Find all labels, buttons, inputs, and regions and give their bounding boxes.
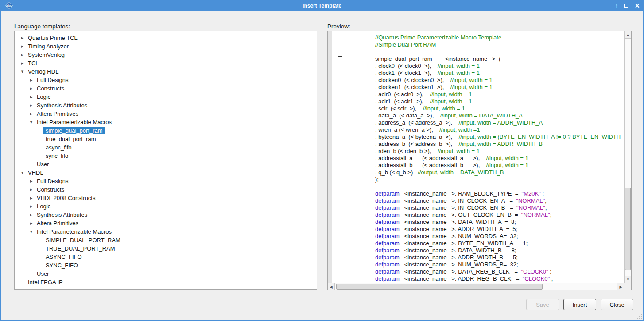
tree-item-label: simple_dual_port_ram (43, 127, 105, 134)
code-segment-plain: <instance_name >. OUT_CLOCK_EN_B = (400, 211, 521, 218)
vertical-scroll-thumb[interactable] (625, 188, 631, 270)
tree-item-async-fifo[interactable]: ASYNC_FIFO (15, 253, 317, 261)
tree-item-vhdl[interactable]: ▾VHDL (15, 168, 317, 177)
tree-item-synthesis-attributes[interactable]: ▸Synthesis Attributes (15, 101, 317, 110)
expand-arrow-icon[interactable]: ▸ (19, 43, 26, 49)
fold-minus-icon[interactable]: − (338, 56, 342, 61)
tree-item-sync-fifo[interactable]: SYNC_FIFO (15, 261, 317, 270)
collapse-arrow-icon[interactable]: ▾ (28, 229, 35, 235)
code-segment-comment: //input, width = DATA_WIDTH_A (440, 112, 523, 119)
tree-item-verilog-hdl[interactable]: ▾Verilog HDL (15, 67, 317, 76)
tree-item-logic[interactable]: ▸Logic (15, 93, 317, 101)
code-line: defparam <instance_name >. IN_CLOCK_EN_A… (375, 197, 624, 204)
tree-item-label: TRUE_DUAL_PORT_RAM (43, 245, 117, 252)
tree-item-label: SYNC_FIFO (43, 262, 80, 269)
scrollbar-corner (624, 283, 631, 290)
scroll-up-icon[interactable]: ▲ (625, 31, 632, 39)
code-segment-plain: <instance_name >. RAM_BLOCK_TYPE = (400, 190, 522, 197)
preview-horizontal-scrollbar[interactable]: ◀ ▶ (328, 283, 624, 290)
titlebar[interactable]: abc Insert Template ↑ × (1, 0, 643, 11)
code-segment-keyword: defparam (375, 226, 400, 232)
expand-arrow-icon[interactable]: ▸ (28, 187, 35, 192)
tree-item-user[interactable]: User (15, 270, 317, 278)
maximize-icon[interactable] (624, 3, 628, 9)
expand-arrow-icon[interactable]: ▸ (28, 195, 35, 201)
tree-item-synthesis-attributes[interactable]: ▸Synthesis Attributes (15, 211, 317, 219)
panel-splitter[interactable] (319, 31, 325, 290)
tree-item-intel-fpga-ip[interactable]: Intel FPGA IP (15, 278, 317, 286)
code-line: defparam <instance_name >. RAM_BLOCK_TYP… (375, 190, 624, 197)
tree-item-true-dual-port-ram[interactable]: true_dual_port_ram (15, 135, 317, 143)
tree-item-altera-primitives[interactable]: ▸Altera Primitives (15, 110, 317, 118)
expand-arrow-icon[interactable]: ▸ (28, 212, 35, 218)
tree-item-true-dual-port-ram[interactable]: TRUE_DUAL_PORT_RAM (15, 244, 317, 253)
expand-arrow-icon[interactable]: ▸ (28, 204, 35, 209)
tree-item-full-designs[interactable]: ▸Full Designs (15, 76, 317, 84)
close-icon[interactable]: × (635, 2, 640, 10)
collapse-arrow-icon[interactable]: ▾ (19, 69, 26, 74)
expand-arrow-icon[interactable]: ▸ (28, 220, 35, 226)
tree-item-label: Synthesis Attributes (35, 102, 89, 109)
language-templates-tree[interactable]: ▸Quartus Prime TCL▸Timing Analyzer▸Syste… (14, 31, 317, 290)
collapse-arrow-icon[interactable]: ▾ (19, 170, 26, 176)
tree-item-simple-dual-port-ram[interactable]: simple_dual_port_ram (15, 126, 317, 135)
tree-item-constructs[interactable]: ▸Constructs (15, 84, 317, 93)
tree-item-intel-parameterizable-macros[interactable]: ▾Intel Parameterizable Macros (15, 118, 317, 126)
tree-item-user[interactable]: User (15, 160, 317, 168)
window-controls: ↑ × (615, 2, 640, 10)
code-segment-plain: <instance_name >. DATA_WIDTH_A = 8; (400, 219, 516, 225)
tree-item-quartus-prime-tcl[interactable]: ▸Quartus Prime TCL (15, 34, 317, 42)
code-segment-comment: //input, width = ADDR_WIDTH_A (459, 119, 543, 126)
tree-item-timing-analyzer[interactable]: ▸Timing Analyzer (15, 42, 317, 51)
tree-item-simple-dual-port-ram[interactable]: SIMPLE_DUAL_PORT_RAM (15, 236, 317, 244)
code-segment-comment: //input, width = 1 (430, 98, 472, 105)
tree-item-constructs[interactable]: ▸Constructs (15, 185, 317, 194)
tree-item-logic[interactable]: ▸Logic (15, 202, 317, 211)
code-segment-comment: //input, width = 1 (486, 162, 528, 168)
code-segment-plain: ; (541, 190, 544, 197)
expand-arrow-icon[interactable]: ▸ (28, 94, 35, 100)
expand-arrow-icon[interactable]: ▸ (28, 102, 35, 108)
code-line: defparam <instance_name >. NUM_WORDS_A= … (375, 233, 624, 240)
code-line: . clocken0 (< clocken0 >), //input, widt… (375, 77, 624, 84)
preview-vertical-scrollbar[interactable]: ▲ ▼ (624, 31, 631, 283)
scroll-right-icon[interactable]: ▶ (617, 283, 624, 290)
code-segment-plain: ; (545, 197, 547, 204)
save-button[interactable]: Save (526, 299, 559, 310)
expand-arrow-icon[interactable]: ▸ (28, 111, 35, 117)
insert-button[interactable]: Insert (563, 299, 596, 310)
code-segment-comment: //input, width = (BYTE_EN_WIDTH_A != 0 ?… (459, 133, 624, 140)
collapse-arrow-icon[interactable]: ▾ (28, 119, 35, 125)
code-preview[interactable]: //Quartus Prime Parameterizable Macro Te… (333, 31, 624, 283)
tree-item-async-fifo[interactable]: async_fifo (15, 143, 317, 152)
expand-arrow-icon[interactable]: ▸ (19, 35, 26, 41)
code-segment-string: "NORMAL" (516, 197, 545, 204)
tree-item-altera-primitives[interactable]: ▸Altera Primitives (15, 219, 317, 227)
expand-arrow-icon[interactable]: ▸ (19, 52, 26, 58)
tree-item-label: Logic (35, 203, 53, 210)
tree-item-label: Full Designs (35, 76, 71, 84)
expand-arrow-icon[interactable]: ▸ (28, 178, 35, 184)
tree-item-full-designs[interactable]: ▸Full Designs (15, 177, 317, 185)
code-line: . clock1 (< clock1 >), //input, width = … (375, 70, 624, 77)
code-segment-string: "NORMAL" (521, 211, 550, 218)
tree-item-label: Timing Analyzer (26, 43, 71, 50)
shade-icon[interactable]: ↑ (615, 3, 618, 9)
tree-item-intel-parameterizable-macros[interactable]: ▾Intel Parameterizable Macros (15, 227, 317, 236)
insert-template-dialog: abc Insert Template ↑ × Language templat… (0, 0, 644, 321)
tree-item-tcl[interactable]: ▸TCL (15, 59, 317, 67)
code-segment-plain: . clock1 (< clock1 >), (375, 70, 438, 76)
code-segment-comment: //Quartus Prime Parameterizable Macro Te… (375, 34, 501, 41)
scroll-left-icon[interactable]: ◀ (328, 283, 335, 290)
code-line (375, 48, 624, 55)
horizontal-scroll-thumb[interactable] (336, 284, 543, 290)
scroll-down-icon[interactable]: ▼ (625, 276, 632, 283)
tree-item-vhdl-2008-constructs[interactable]: ▸VHDL 2008 Constructs (15, 194, 317, 202)
tree-item-systemverilog[interactable]: ▸SystemVerilog (15, 51, 317, 59)
expand-arrow-icon[interactable]: ▸ (28, 86, 35, 91)
resize-grip[interactable] (637, 314, 642, 319)
tree-item-sync-fifo[interactable]: sync_fifo (15, 152, 317, 160)
expand-arrow-icon[interactable]: ▸ (28, 77, 35, 83)
close-button[interactable]: Close (601, 299, 633, 310)
expand-arrow-icon[interactable]: ▸ (19, 60, 26, 66)
